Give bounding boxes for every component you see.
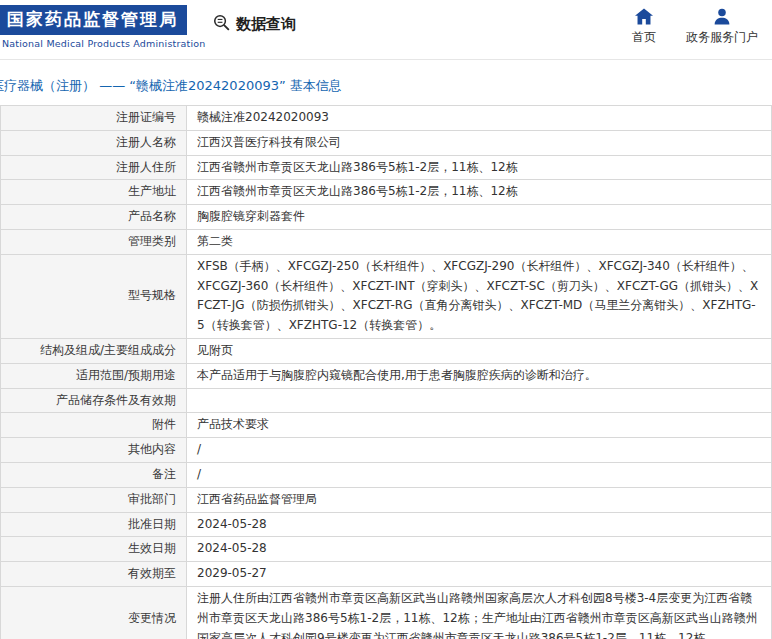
table-row: 结构及组成/主要组成成分 见附页: [1, 338, 772, 363]
table-row: 注册人名称 江西汉普医疗科技有限公司: [1, 130, 772, 155]
row-value: 第二类: [187, 229, 772, 254]
home-icon: [635, 7, 653, 25]
row-label: 其他内容: [128, 442, 176, 456]
row-value: /: [187, 462, 772, 487]
user-icon: [713, 7, 731, 25]
row-label-cell: 适用范围/预期用途: [1, 363, 187, 388]
breadcrumb: 医疗器械（注册） —— “赣械注准20242020093” 基本信息: [0, 60, 772, 105]
nav-portal-label: 政务服务门户: [686, 29, 758, 46]
row-value: 注册人住所由江西省赣州市章贡区高新区武当山路赣州国家高层次人才科创园8号楼3-4…: [187, 586, 772, 639]
table-row: 产品储存条件及有效期: [1, 388, 772, 413]
nmpa-logo: 国家药品监督管理局 National Medical Products Admi…: [0, 5, 206, 49]
table-row: 注册证编号 赣械注准20242020093: [1, 106, 772, 131]
row-label: 批准日期: [128, 517, 176, 531]
row-label: 管理类别: [128, 234, 176, 248]
info-table-body: 注册证编号 赣械注准20242020093 注册人名称 江西汉普医疗科技有限公司…: [1, 106, 772, 639]
row-label: 有效期至: [128, 566, 176, 580]
page: 国家药品监督管理局 National Medical Products Admi…: [0, 0, 772, 639]
table-row: 注册人住所 江西省赣州市章贡区天龙山路386号5栋1-2层，11栋、12栋: [1, 155, 772, 180]
row-label: 注册人名称: [116, 135, 176, 149]
row-label-cell: 注册人住所: [1, 155, 187, 180]
row-label-cell: 注册证编号: [1, 106, 187, 131]
row-label-cell: 有效期至: [1, 562, 187, 587]
row-value: XFSB（手柄）、XFCGZJ-250（长杆组件）、XFCGZJ-290（长杆组…: [187, 254, 772, 338]
row-label-cell: 型号规格: [1, 254, 187, 338]
row-label-cell: 产品储存条件及有效期: [1, 388, 187, 413]
table-row: 变更情况 注册人住所由江西省赣州市章贡区高新区武当山路赣州国家高层次人才科创园8…: [1, 586, 772, 639]
row-label-cell: 生产地址: [1, 180, 187, 205]
top-header: 国家药品监督管理局 National Medical Products Admi…: [0, 0, 772, 60]
table-row: 附件 产品技术要求: [1, 413, 772, 438]
row-label: 注册证编号: [116, 110, 176, 124]
row-label: 结构及组成/主要组成成分: [40, 343, 176, 357]
nav-home-label: 首页: [632, 29, 656, 46]
row-label-cell: 生效日期: [1, 537, 187, 562]
table-row: 适用范围/预期用途 本产品适用于与胸腹腔内窥镜配合使用,用于患者胸腹腔疾病的诊断…: [1, 363, 772, 388]
row-label: 适用范围/预期用途: [76, 368, 176, 382]
row-value: 赣械注准20242020093: [187, 106, 772, 131]
row-label: 变更情况: [128, 611, 176, 625]
row-label: 注册人住所: [116, 160, 176, 174]
logo-title: 国家药品监督管理局: [0, 5, 187, 35]
row-value: 江西省赣州市章贡区天龙山路386号5栋1-2层，11栋、12栋: [187, 155, 772, 180]
data-query-icon: [212, 13, 231, 36]
info-table: 注册证编号 赣械注准20242020093 注册人名称 江西汉普医疗科技有限公司…: [0, 105, 772, 639]
nav-portal[interactable]: 政务服务门户: [686, 7, 758, 46]
row-label-cell: 注册人名称: [1, 130, 187, 155]
row-label: 备注: [152, 467, 176, 481]
top-nav: 首页 政务服务门户: [632, 7, 758, 46]
row-label-cell: 变更情况: [1, 586, 187, 639]
row-value: 江西省赣州市章贡区天龙山路386号5栋1-2层，11栋、12栋: [187, 180, 772, 205]
row-label-cell: 其他内容: [1, 438, 187, 463]
row-label: 产品储存条件及有效期: [56, 393, 176, 407]
row-value: 2024-05-28: [187, 512, 772, 537]
nav-home[interactable]: 首页: [632, 7, 656, 46]
table-row: 型号规格 XFSB（手柄）、XFCGZJ-250（长杆组件）、XFCGZJ-29…: [1, 254, 772, 338]
row-value: 江西汉普医疗科技有限公司: [187, 130, 772, 155]
table-row: 生产地址 江西省赣州市章贡区天龙山路386号5栋1-2层，11栋、12栋: [1, 180, 772, 205]
table-row: 审批部门 江西省药品监督管理局: [1, 487, 772, 512]
logo-subtitle: National Medical Products Administration: [0, 38, 206, 49]
row-value: 见附页: [187, 338, 772, 363]
row-label-cell: 产品名称: [1, 205, 187, 230]
row-label: 生效日期: [128, 541, 176, 555]
section-title: 数据查询: [212, 13, 296, 36]
row-label-cell: 管理类别: [1, 229, 187, 254]
table-row: 备注 /: [1, 462, 772, 487]
table-row: 有效期至 2029-05-27: [1, 562, 772, 587]
row-value: 2029-05-27: [187, 562, 772, 587]
table-row: 批准日期 2024-05-28: [1, 512, 772, 537]
table-row: 管理类别 第二类: [1, 229, 772, 254]
row-value: 产品技术要求: [187, 413, 772, 438]
row-value: 2024-05-28: [187, 537, 772, 562]
row-label-cell: 结构及组成/主要组成成分: [1, 338, 187, 363]
table-row: 生效日期 2024-05-28: [1, 537, 772, 562]
row-value: 本产品适用于与胸腹腔内窥镜配合使用,用于患者胸腹腔疾病的诊断和治疗。: [187, 363, 772, 388]
row-value: 江西省药品监督管理局: [187, 487, 772, 512]
row-label: 型号规格: [128, 288, 176, 302]
row-label: 产品名称: [128, 209, 176, 223]
row-label-cell: 批准日期: [1, 512, 187, 537]
row-value: [187, 388, 772, 413]
table-row: 产品名称 胸腹腔镜穿刺器套件: [1, 205, 772, 230]
table-row: 其他内容 /: [1, 438, 772, 463]
row-label-cell: 审批部门: [1, 487, 187, 512]
row-label: 审批部门: [128, 492, 176, 506]
row-label: 附件: [152, 417, 176, 431]
row-label: 生产地址: [128, 184, 176, 198]
section-title-label: 数据查询: [236, 15, 296, 34]
row-value: 胸腹腔镜穿刺器套件: [187, 205, 772, 230]
row-label-cell: 备注: [1, 462, 187, 487]
row-value: /: [187, 438, 772, 463]
row-label-cell: 附件: [1, 413, 187, 438]
